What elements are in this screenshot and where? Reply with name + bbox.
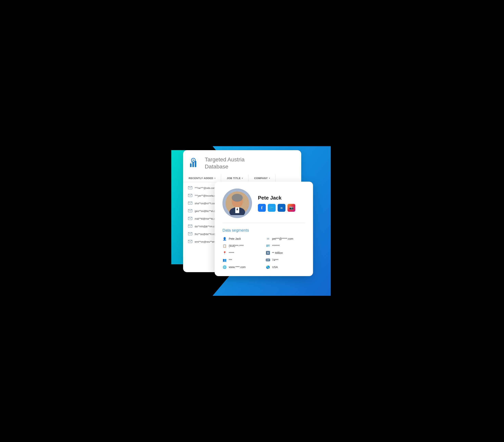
- twitter-icon[interactable]: 🐦: [268, 204, 276, 212]
- person-icon: 👤: [222, 237, 227, 241]
- data-country-item: 🌎 USA: [266, 265, 305, 269]
- location-icon: 📍: [222, 251, 227, 255]
- data-email-item: ✉ pet***@*****.com: [266, 237, 305, 241]
- svg-rect-2: [190, 163, 192, 167]
- svg-point-15: [232, 194, 243, 202]
- db-tabs: RECENTLY ADDED ▾ JOB TITLE ▾ COMPANY ▾: [183, 174, 301, 182]
- data-location-item: 📍 *****: [222, 251, 262, 255]
- tab-recently-added[interactable]: RECENTLY ADDED ▾: [183, 174, 221, 182]
- db-card-header: $ Targeted Austria Database: [183, 150, 301, 174]
- instagram-icon[interactable]: 📷: [288, 204, 295, 212]
- id-icon: 🪪: [266, 244, 270, 248]
- email-icon: ✉: [266, 237, 270, 241]
- data-id-item: 🪪 *******: [266, 244, 305, 248]
- zip-icon: ZIP: [266, 258, 270, 262]
- svg-rect-3: [192, 162, 194, 167]
- social-icons: f 🐦 in 📷: [258, 204, 305, 212]
- email-text: tho**as@da**il.com: [195, 233, 217, 236]
- profile-card: Pete Jack f 🐦 in 📷 Data seg: [215, 182, 313, 276]
- country-icon: 🌎: [266, 265, 270, 269]
- tab-job-title[interactable]: JOB TITLE ▾: [221, 174, 249, 182]
- mail-icon: [188, 209, 192, 213]
- email-text: sha**on@ro**t.com: [195, 202, 217, 205]
- mail-icon: [188, 240, 192, 244]
- data-name-item: 👤 Pete Jack: [222, 237, 262, 241]
- chevron-down-icon: ▾: [214, 177, 216, 179]
- dollar-icon: $: [266, 251, 270, 255]
- data-employees-item: 👥 ***: [222, 258, 262, 262]
- linkedin-icon[interactable]: in: [278, 204, 286, 212]
- globe-icon: 🌐: [222, 265, 227, 269]
- tab-company[interactable]: COMPANY ▾: [249, 174, 276, 182]
- scene: $ Targeted Austria Database RECENTLY ADD…: [171, 142, 333, 300]
- facebook-icon[interactable]: f: [258, 204, 266, 212]
- email-text: ***ne***@ods.com: [195, 187, 216, 190]
- data-phone-item: 📋 (918)***-****: [222, 244, 262, 248]
- data-zip-item: ZIP 74***: [266, 258, 305, 262]
- data-revenue-item: $ ** Million: [266, 251, 305, 255]
- data-website-item: 🌐 www.****.com: [222, 265, 262, 269]
- employees-icon: 👥: [222, 258, 227, 262]
- mail-icon: [188, 217, 192, 221]
- profile-info: Pete Jack f 🐦 in 📷: [258, 195, 305, 212]
- data-segments-grid: 👤 Pete Jack ✉ pet***@*****.com 📋 (918)**…: [222, 237, 305, 269]
- mail-icon: [188, 194, 192, 198]
- avatar: [222, 189, 252, 218]
- svg-rect-4: [195, 161, 196, 167]
- mail-icon: [188, 232, 192, 236]
- profile-top-section: Pete Jack f 🐦 in 📷: [222, 189, 305, 223]
- data-segments-title: Data segments: [222, 228, 305, 233]
- mail-icon: [188, 201, 192, 205]
- mail-icon: [188, 225, 192, 228]
- chevron-down-icon: ▾: [269, 177, 270, 179]
- db-title: Targeted Austria Database: [205, 156, 245, 170]
- db-logo-icon: $: [189, 157, 201, 169]
- chevron-down-icon: ▾: [242, 177, 243, 179]
- profile-name: Pete Jack: [258, 195, 305, 201]
- mail-icon: [188, 186, 192, 190]
- person-photo: [225, 192, 249, 215]
- phone-icon: 📋: [222, 244, 227, 248]
